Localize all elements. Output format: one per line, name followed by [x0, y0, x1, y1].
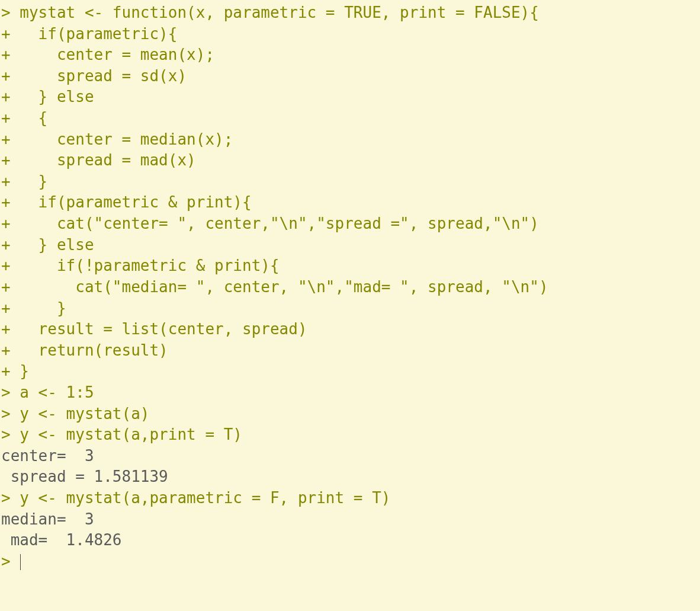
console-input-line: + center = mean(x); — [1, 44, 699, 66]
console-input-line: + spread = mad(x) — [1, 150, 699, 171]
prompt: > — [1, 552, 20, 570]
prompt: + — [1, 299, 20, 317]
input-text: cat("center= ", center,"\n","spread =", … — [20, 215, 539, 232]
prompt: + — [1, 88, 20, 105]
prompt: + — [1, 130, 20, 148]
r-console[interactable]: > mystat <- function(x, parametric = TRU… — [0, 0, 700, 572]
input-text: if(parametric & print){ — [20, 193, 251, 211]
prompt: + — [1, 193, 20, 211]
input-text: center = mean(x); — [20, 46, 214, 63]
console-input-line: > mystat <- function(x, parametric = TRU… — [1, 2, 699, 24]
input-text: spread = mad(x) — [20, 151, 195, 169]
console-input-line: + result = list(center, spread) — [1, 319, 699, 340]
output-text: mad= 1.4826 — [1, 531, 131, 549]
input-text: result = list(center, spread) — [20, 320, 307, 338]
output-text: center= 3 — [1, 447, 103, 465]
console-input-line: + { — [1, 108, 699, 129]
console-input-line: + } — [1, 171, 699, 193]
prompt: + — [1, 67, 20, 85]
input-text: return(result) — [20, 341, 168, 359]
console-input-line: + if(parametric){ — [1, 24, 699, 45]
console-input-line: + cat("median= ", center, "\n","mad= ", … — [1, 277, 699, 298]
console-input-line: + if(!parametric & print){ — [1, 255, 699, 277]
console-input-line: > y <- mystat(a,print = T) — [1, 424, 699, 446]
output-text: median= 3 — [1, 510, 103, 528]
prompt: + — [1, 25, 20, 43]
input-text: { — [20, 109, 47, 127]
console-input-line: + } else — [1, 235, 699, 256]
console-input-line: > — [1, 551, 699, 572]
input-text: } — [20, 299, 66, 317]
prompt: + — [1, 109, 20, 127]
prompt: + — [1, 257, 20, 274]
console-input-line: > y <- mystat(a) — [1, 404, 699, 425]
input-text: spread = sd(x) — [20, 67, 187, 85]
console-output-line: spread = 1.581139 — [1, 466, 699, 488]
output-text: spread = 1.581139 — [1, 468, 177, 485]
console-input-line: + } else — [1, 87, 699, 108]
console-input-line: + cat("center= ", center,"\n","spread ="… — [1, 213, 699, 235]
prompt: + — [1, 278, 20, 296]
input-text: } else — [20, 88, 94, 105]
input-text: y <- mystat(a,parametric = F, print = T) — [20, 489, 390, 507]
input-text: } else — [20, 236, 94, 254]
text-cursor — [20, 554, 21, 570]
console-input-line: + center = median(x); — [1, 129, 699, 151]
input-text: a <- 1:5 — [20, 383, 94, 401]
prompt: + — [1, 320, 20, 338]
prompt: + — [1, 236, 20, 254]
console-input-line: > a <- 1:5 — [1, 382, 699, 404]
prompt: + — [1, 362, 20, 380]
input-text: y <- mystat(a,print = T) — [20, 426, 242, 443]
console-input-line: + } — [1, 361, 699, 382]
input-text: mystat <- function(x, parametric = TRUE,… — [20, 4, 539, 21]
console-input-line: > y <- mystat(a,parametric = F, print = … — [1, 488, 699, 509]
console-input-line: + if(parametric & print){ — [1, 192, 699, 213]
input-text: } — [20, 172, 47, 190]
input-text: center = median(x); — [20, 130, 233, 148]
prompt: > — [1, 4, 20, 21]
prompt: + — [1, 172, 20, 190]
prompt: + — [1, 215, 20, 232]
console-input-line: + spread = sd(x) — [1, 66, 699, 87]
console-output-line: center= 3 — [1, 446, 699, 467]
prompt: > — [1, 383, 20, 401]
prompt: > — [1, 426, 20, 443]
prompt: + — [1, 151, 20, 169]
input-text: cat("median= ", center, "\n","mad= ", sp… — [20, 278, 548, 296]
prompt: > — [1, 489, 20, 507]
prompt: + — [1, 46, 20, 63]
console-output-line: median= 3 — [1, 509, 699, 530]
prompt: + — [1, 341, 20, 359]
input-text: if(!parametric & print){ — [20, 257, 279, 274]
console-output-line: mad= 1.4826 — [1, 530, 699, 551]
prompt: > — [1, 405, 20, 423]
input-text: } — [20, 362, 29, 380]
input-text: y <- mystat(a) — [20, 405, 149, 423]
console-input-line: + } — [1, 298, 699, 319]
input-text: if(parametric){ — [20, 25, 177, 43]
console-input-line: + return(result) — [1, 340, 699, 362]
